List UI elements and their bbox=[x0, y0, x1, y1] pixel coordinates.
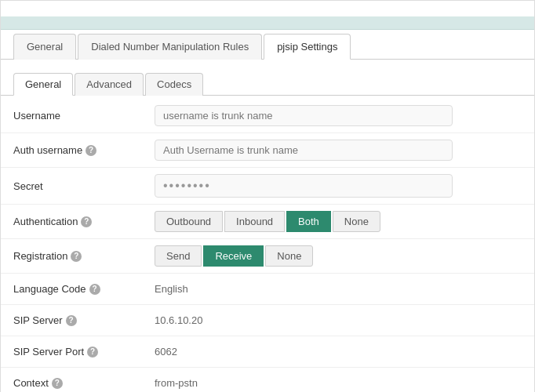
page-title bbox=[1, 1, 534, 16]
group-button-none[interactable]: None bbox=[265, 245, 313, 267]
form-row: Authentication?OutboundInboundBothNone bbox=[1, 205, 534, 239]
inner-tab-advanced[interactable]: Advanced bbox=[75, 73, 144, 96]
form-row: Username bbox=[1, 99, 534, 133]
form-label: Authentication? bbox=[13, 216, 155, 227]
form-row: Language Code?English bbox=[1, 274, 534, 305]
page-container: General Dialed Number Manipulation Rules… bbox=[0, 0, 535, 392]
info-bar bbox=[1, 16, 534, 30]
form-label: Language Code? bbox=[13, 283, 155, 295]
form-row: Context?from-pstn bbox=[1, 368, 534, 392]
group-button-inbound[interactable]: Inbound bbox=[224, 211, 285, 232]
section-title bbox=[1, 60, 534, 72]
form-label: Context? bbox=[13, 377, 155, 389]
form-label: SIP Server? bbox=[13, 314, 155, 326]
button-group: OutboundInboundBothNone bbox=[155, 211, 522, 232]
group-button-outbound[interactable]: Outbound bbox=[155, 211, 223, 232]
form-label: Auth username? bbox=[13, 144, 155, 156]
help-icon[interactable]: ? bbox=[52, 378, 63, 389]
form-row: Secret bbox=[1, 168, 534, 205]
form-body: UsernameAuth username?SecretAuthenticati… bbox=[1, 96, 534, 392]
help-icon[interactable]: ? bbox=[66, 315, 77, 326]
field-value: from-pstn bbox=[155, 377, 198, 389]
group-button-none[interactable]: None bbox=[333, 211, 380, 232]
inner-tab-general[interactable]: General bbox=[13, 73, 73, 96]
top-tabs: General Dialed Number Manipulation Rules… bbox=[1, 33, 534, 60]
field-value: 10.6.10.20 bbox=[155, 314, 202, 326]
form-row: SIP Server?10.6.10.20 bbox=[1, 305, 534, 336]
form-label: Username bbox=[13, 110, 155, 122]
form-row: SIP Server Port?6062 bbox=[1, 336, 534, 368]
form-label: Secret bbox=[13, 180, 155, 192]
field-value: 6062 bbox=[155, 346, 177, 358]
secret-input[interactable] bbox=[155, 174, 453, 198]
form-label: SIP Server Port? bbox=[13, 346, 155, 358]
group-button-receive[interactable]: Receive bbox=[203, 245, 264, 267]
help-icon[interactable]: ? bbox=[89, 284, 100, 295]
inner-tab-codecs[interactable]: Codecs bbox=[145, 73, 203, 96]
form-row: Registration?SendReceiveNone bbox=[1, 239, 534, 274]
tab-general[interactable]: General bbox=[13, 34, 76, 60]
inner-tabs: General Advanced Codecs bbox=[1, 72, 534, 96]
field-value: English bbox=[155, 283, 188, 295]
text-input[interactable] bbox=[155, 140, 453, 161]
group-button-send[interactable]: Send bbox=[155, 245, 202, 267]
form-label: Registration? bbox=[13, 250, 155, 262]
group-button-both[interactable]: Both bbox=[286, 211, 331, 232]
help-icon[interactable]: ? bbox=[86, 145, 96, 156]
help-icon[interactable]: ? bbox=[71, 251, 82, 262]
help-icon[interactable]: ? bbox=[81, 216, 92, 227]
form-row: Auth username? bbox=[1, 133, 534, 168]
tab-dnmr[interactable]: Dialed Number Manipulation Rules bbox=[78, 34, 262, 60]
text-input[interactable] bbox=[155, 105, 453, 126]
button-group: SendReceiveNone bbox=[155, 245, 522, 267]
help-icon[interactable]: ? bbox=[87, 347, 98, 358]
tab-pjsip[interactable]: pjsip Settings bbox=[264, 34, 351, 60]
